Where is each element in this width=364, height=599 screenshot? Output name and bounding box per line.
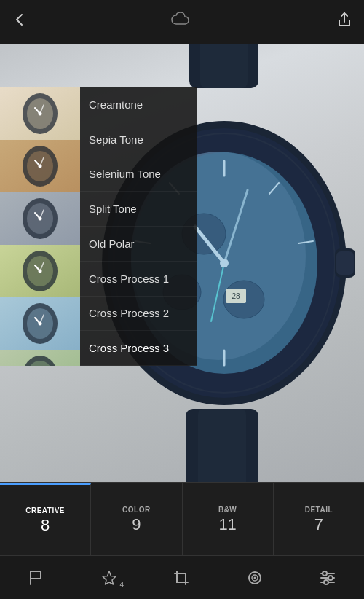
svg-point-50 xyxy=(39,270,42,273)
photo-area: 28 xyxy=(0,44,364,482)
thumb-selenium-tone[interactable] xyxy=(0,192,80,245)
bottom-tabs: CREATIVE 8 COLOR 9 B&W 11 DETAIL 7 xyxy=(0,482,364,555)
thumb-old-polar[interactable] xyxy=(0,297,80,350)
filter-item-cross-process-1[interactable]: Cross Process 1 xyxy=(80,262,197,297)
svg-rect-25 xyxy=(336,251,354,275)
tab-label-color: COLOR xyxy=(122,506,151,514)
tab-value-color: 9 xyxy=(132,517,141,533)
tab-color[interactable]: COLOR 9 xyxy=(91,483,182,555)
tab-value-bw: 11 xyxy=(218,517,236,533)
svg-point-38 xyxy=(39,165,42,168)
bottom-toolbar: 4 xyxy=(0,555,364,599)
tab-creative[interactable]: CREATIVE 8 xyxy=(0,483,91,555)
share-button[interactable] xyxy=(336,12,352,32)
thumb-creamtone[interactable] xyxy=(0,87,80,140)
tab-label-creative: CREATIVE xyxy=(25,506,65,514)
svg-point-44 xyxy=(39,217,42,221)
tab-detail[interactable]: DETAIL 7 xyxy=(274,483,364,555)
star-button[interactable]: 4 xyxy=(100,570,118,586)
filter-item-old-polar[interactable]: Old Polar xyxy=(80,227,197,262)
filter-item-cross-process-2[interactable]: Cross Process 2 xyxy=(80,297,197,332)
flag-button[interactable] xyxy=(28,570,45,586)
thumbnails-column xyxy=(0,87,80,366)
sliders-button[interactable] xyxy=(319,570,336,586)
svg-point-83 xyxy=(324,580,328,584)
svg-point-81 xyxy=(323,571,327,576)
svg-rect-1 xyxy=(200,44,248,88)
filter-panel: CreamtoneSepia ToneSelenium ToneSplit To… xyxy=(0,87,197,366)
svg-point-32 xyxy=(39,112,42,116)
filter-item-cross-process-3[interactable]: Cross Process 3 xyxy=(80,331,197,366)
svg-rect-3 xyxy=(198,409,246,482)
thumb-split-tone[interactable] xyxy=(0,245,80,297)
healing-button[interactable] xyxy=(246,570,264,586)
tab-label-detail: DETAIL xyxy=(305,506,333,514)
filter-item-creamtone[interactable]: Creamtone xyxy=(80,87,197,122)
tab-label-bw: B&W xyxy=(218,506,237,514)
svg-point-82 xyxy=(328,576,333,580)
thumb-sepia-tone[interactable] xyxy=(0,140,80,192)
cloud-icon xyxy=(171,11,193,34)
svg-point-56 xyxy=(39,322,42,326)
svg-point-77 xyxy=(254,576,256,579)
tab-value-detail: 7 xyxy=(314,517,323,533)
crop-button[interactable] xyxy=(173,570,191,586)
top-bar xyxy=(0,0,364,44)
back-button[interactable] xyxy=(12,12,28,32)
star-count: 4 xyxy=(119,581,124,589)
thumb-cross-process-1[interactable] xyxy=(0,350,80,366)
filter-item-split-tone[interactable]: Split Tone xyxy=(80,192,197,227)
filter-names-column: CreamtoneSepia ToneSelenium ToneSplit To… xyxy=(80,87,197,366)
tab-value-creative: 8 xyxy=(41,517,50,533)
filter-item-sepia-tone[interactable]: Sepia Tone xyxy=(80,122,197,157)
filter-item-selenium-tone[interactable]: Selenium Tone xyxy=(80,157,197,192)
tab-bw[interactable]: B&W 11 xyxy=(183,483,274,555)
